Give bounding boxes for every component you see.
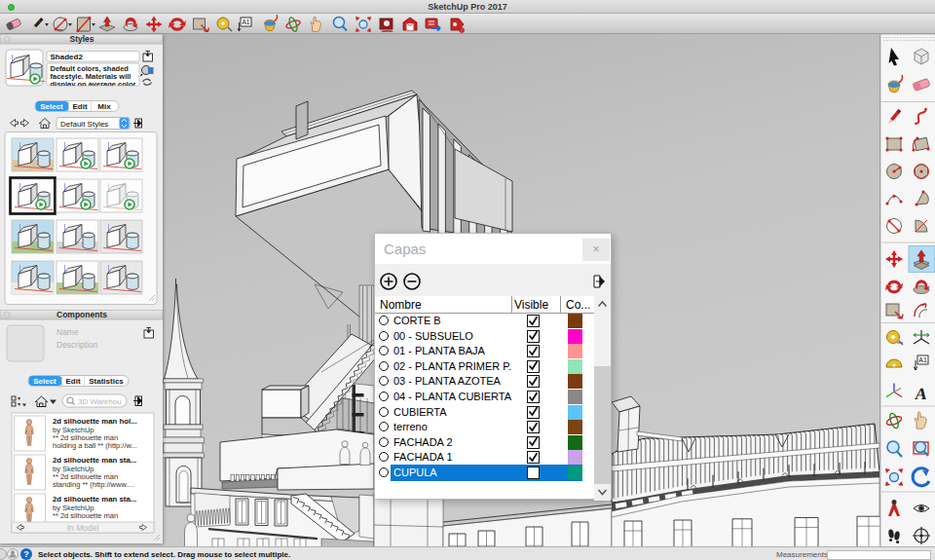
svg-text:In Model: In Model xyxy=(67,523,99,533)
svg-text:Select: Select xyxy=(33,377,56,386)
svg-text:A1: A1 xyxy=(243,19,250,25)
svg-text:Styles: Styles xyxy=(69,34,94,44)
svg-text:Default Styles: Default Styles xyxy=(60,120,108,129)
svg-text:A1: A1 xyxy=(918,356,927,363)
svg-text:** 2d silhouette man: ** 2d silhouette man xyxy=(53,511,118,520)
svg-text:Shaded2: Shaded2 xyxy=(51,53,84,61)
svg-text:Name: Name xyxy=(56,327,79,337)
svg-text:Edit: Edit xyxy=(72,102,87,111)
svg-text:holding a ball ** (http://w...: holding a ball ** (http://w... xyxy=(53,441,137,450)
svg-text:Edit: Edit xyxy=(65,377,80,386)
svg-text:Statistics: Statistics xyxy=(89,377,124,386)
svg-text:2d silhouette man sta...: 2d silhouette man sta... xyxy=(53,456,136,465)
svg-text:2d silhouette man hol...: 2d silhouette man hol... xyxy=(53,417,137,426)
svg-text:2d silhouette man sta...: 2d silhouette man sta... xyxy=(53,495,136,504)
svg-text:Components: Components xyxy=(56,310,107,319)
svg-text:Description: Description xyxy=(56,340,98,350)
svg-text:Select: Select xyxy=(40,102,63,111)
svg-text:3D Warehou: 3D Warehou xyxy=(78,397,122,406)
svg-text:Mix: Mix xyxy=(97,102,111,111)
svg-text:standing ** (http://www....: standing ** (http://www.... xyxy=(53,480,134,489)
svg-text:?: ? xyxy=(23,549,29,559)
